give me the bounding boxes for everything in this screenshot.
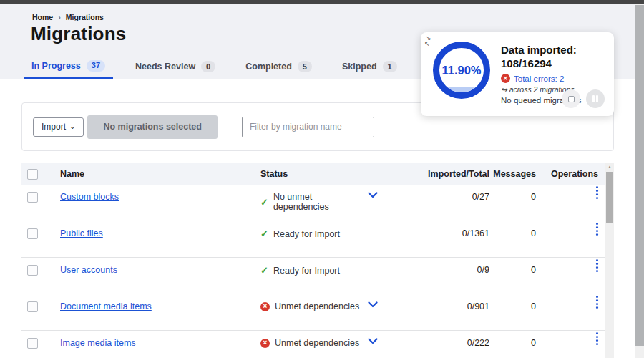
operations-kebab-icon[interactable] (596, 296, 598, 298)
table-row: Image media items × Unmet dependencies 0… (21, 331, 614, 358)
breadcrumb-separator-icon: › (58, 13, 61, 21)
table-scrollbar-thumb[interactable] (606, 172, 613, 223)
messages-count: 0 (489, 301, 536, 311)
tab-count-badge: 5 (298, 61, 312, 72)
browser-scrollbar[interactable] (635, 4, 644, 358)
status-error-icon: × (260, 339, 270, 348)
table-scrollbar[interactable]: ▴ (605, 163, 614, 358)
stop-import-button[interactable] (562, 90, 580, 108)
breadcrumb-home-link[interactable]: Home (32, 13, 53, 21)
data-imported-label: Data imported: (501, 43, 608, 57)
branch-arrow-icon: ↪ (501, 85, 507, 94)
progress-ring: 11.90% (433, 42, 490, 99)
error-icon: × (501, 74, 510, 83)
table-header-row: Name Status Imported/Total Messages Oper… (21, 163, 614, 185)
total-errors-link[interactable]: × Total errors: 2 (501, 74, 608, 83)
migration-name-link[interactable]: Image media items (60, 338, 136, 348)
collapse-card-icon[interactable]: ↘ ↖ (426, 35, 431, 47)
breadcrumb-current: Migrations (66, 13, 104, 21)
imported-total-value: 0/901 (396, 301, 489, 311)
total-errors-text: Total errors: 2 (514, 74, 564, 83)
row-checkbox[interactable] (27, 228, 38, 239)
page-title: Migrations (31, 23, 126, 45)
header-operations: Operations (536, 163, 614, 185)
imported-total-value: 0/1361 (396, 228, 489, 238)
operations-kebab-icon[interactable] (596, 223, 598, 225)
table-row: Document media items × Unmet dependencie… (21, 294, 614, 331)
scrollbar-up-arrow-icon[interactable]: ▴ (605, 164, 614, 170)
operations-kebab-icon[interactable] (596, 259, 598, 261)
table-row: Custom blocks ✓ No unmet dependencies 0/… (21, 185, 614, 221)
operations-kebab-icon[interactable] (596, 186, 598, 188)
breadcrumb: Home › Migrations (32, 13, 104, 21)
table-row: Public files ✓ Ready for Import 0/1361 0 (21, 221, 614, 258)
chevron-down-icon: ⌄ (69, 122, 75, 130)
operations-kebab-icon[interactable] (596, 332, 598, 334)
row-checkbox[interactable] (27, 301, 38, 312)
status-text: No unmet dependencies (273, 192, 368, 212)
migrations-table: Name Status Imported/Total Messages Oper… (21, 163, 614, 358)
row-checkbox[interactable] (27, 338, 38, 349)
arrow-up-left-icon: ↖ (424, 41, 431, 47)
status-check-icon: ✓ (260, 265, 268, 276)
status-check-icon: ✓ (260, 228, 268, 239)
imported-total-value: 0/27 (396, 192, 489, 202)
tab-label: In Progress (31, 61, 81, 71)
data-imported-value: 108/16294 (501, 57, 608, 70)
messages-count: 0 (489, 265, 536, 275)
tab-needs-review[interactable]: Needs Review 0 (127, 54, 223, 79)
header-imported-total: Imported/Total (396, 163, 489, 185)
import-button-label: Import (42, 122, 66, 132)
browser-scrollbar-thumb[interactable] (635, 5, 644, 346)
import-progress-card: ↘ ↖ 11.90% Data imported: 108/16294 × To… (421, 32, 614, 116)
expand-chevron-icon[interactable] (368, 338, 378, 344)
status-text: Unmet dependencies (275, 338, 359, 348)
row-checkbox[interactable] (27, 265, 38, 276)
imported-total-value: 0/222 (396, 338, 489, 348)
header-status: Status (260, 163, 368, 185)
migration-name-link[interactable]: User accounts (60, 265, 117, 275)
tab-skipped[interactable]: Skipped 1 (334, 54, 405, 79)
window-top-bar (0, 0, 644, 4)
table-row: User accounts ✓ Ready for Import 0/9 0 (21, 258, 614, 294)
migration-name-link[interactable]: Public files (60, 228, 103, 238)
status-text: Ready for Import (273, 229, 340, 239)
messages-count: 0 (489, 338, 536, 348)
no-migrations-selected-button: No migrations selected (87, 115, 218, 139)
tab-in-progress[interactable]: In Progress 37 (24, 54, 113, 79)
tab-completed[interactable]: Completed 5 (238, 54, 320, 79)
tab-label: Skipped (342, 62, 377, 72)
expand-chevron-icon[interactable] (368, 301, 378, 308)
imported-total-value: 0/9 (396, 265, 489, 275)
header-messages: Messages (489, 163, 536, 185)
migration-name-link[interactable]: Custom blocks (60, 192, 119, 202)
status-check-icon: ✓ (260, 197, 268, 208)
tab-count-badge: 37 (87, 60, 105, 72)
select-all-checkbox[interactable] (27, 169, 38, 180)
messages-count: 0 (489, 192, 536, 202)
import-dropdown-button[interactable]: Import ⌄ (33, 117, 84, 137)
pause-import-button[interactable] (586, 90, 605, 108)
tab-label: Needs Review (135, 62, 195, 72)
progress-percent: 11.90% (439, 48, 484, 92)
expand-chevron-icon[interactable] (368, 192, 378, 198)
tab-label: Completed (245, 62, 292, 72)
tab-count-badge: 1 (383, 61, 397, 72)
migration-name-link[interactable]: Document media items (60, 301, 152, 311)
messages-count: 0 (489, 228, 536, 238)
stop-icon (568, 96, 575, 102)
row-checkbox[interactable] (27, 192, 38, 203)
filter-migration-input[interactable] (242, 117, 374, 137)
tab-bar: In Progress 37 Needs Review 0 Completed … (24, 54, 488, 79)
tab-count-badge: 0 (201, 61, 215, 72)
status-text: Ready for Import (273, 266, 340, 276)
header-name: Name (60, 163, 260, 185)
status-text: Unmet dependencies (275, 301, 359, 311)
status-error-icon: × (260, 302, 270, 311)
